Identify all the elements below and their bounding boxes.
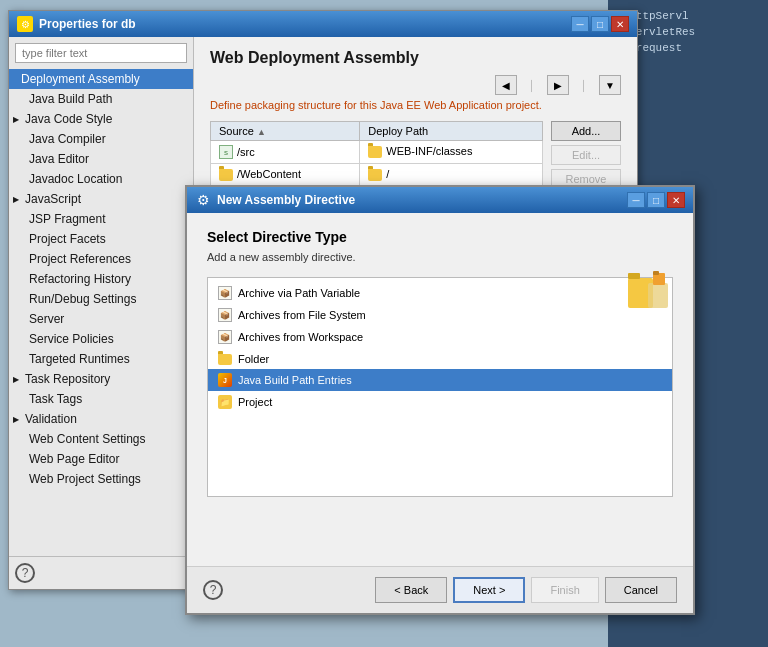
sidebar-item-java-compiler[interactable]: Java Compiler	[9, 129, 193, 149]
table-row[interactable]: /WebContent /	[211, 164, 543, 187]
dialog-section-title: Select Directive Type	[207, 229, 673, 245]
archive-fs-icon: 📦	[218, 308, 232, 322]
directive-list: 📦 Archive via Path Variable 📦 Archives f…	[207, 277, 673, 497]
sidebar-item-task-repository[interactable]: Task Repository	[9, 369, 193, 389]
sidebar-item-refactoring-history[interactable]: Refactoring History	[9, 269, 193, 289]
window-icon: ⚙	[17, 16, 33, 32]
gear-icon: ⚙	[197, 192, 210, 208]
dialog-controls: ─ □ ✕	[627, 192, 685, 208]
col-deploy-path[interactable]: Deploy Path	[360, 122, 543, 141]
finish-button[interactable]: Finish	[531, 577, 598, 603]
panel-title: Web Deployment Assembly	[210, 49, 621, 67]
deploy-cell-1: WEB-INF/classes	[360, 141, 543, 164]
sidebar-item-run-debug[interactable]: Run/Debug Settings	[9, 289, 193, 309]
webcontent-icon	[219, 169, 233, 181]
src-folder-icon: s	[219, 145, 233, 159]
deploy-cell-2: /	[360, 164, 543, 187]
window-controls: ─ □ ✕	[571, 16, 629, 32]
dialog-titlebar-left: ⚙ New Assembly Directive	[195, 192, 355, 208]
dialog-maximize-button[interactable]: □	[647, 192, 665, 208]
directive-label-archive-fs: Archives from File System	[238, 309, 366, 321]
forward-nav-button[interactable]: ▶	[547, 75, 569, 95]
svg-rect-2	[648, 283, 668, 308]
directive-item-folder[interactable]: Folder	[208, 348, 672, 369]
sidebar-item-java-editor[interactable]: Java Editor	[9, 149, 193, 169]
dialog-titlebar: ⚙ New Assembly Directive ─ □ ✕	[187, 187, 693, 213]
table-action-buttons: Add... Edit... Remove	[551, 121, 621, 189]
separator-2: │	[573, 75, 595, 95]
back-button[interactable]: < Back	[375, 577, 447, 603]
source-icon-2: /WebContent	[219, 167, 301, 181]
directive-label-java-build: Java Build Path Entries	[238, 374, 352, 386]
directive-item-archive-path[interactable]: 📦 Archive via Path Variable	[208, 282, 672, 304]
directive-label-archive-ws: Archives from Workspace	[238, 331, 363, 343]
titlebar-left: ⚙ Properties for db	[17, 16, 136, 32]
svg-rect-1	[628, 273, 640, 279]
directive-decorative-icon	[623, 263, 673, 313]
directive-item-archive-fs[interactable]: 📦 Archives from File System	[208, 304, 672, 326]
java-build-icon: J	[218, 373, 232, 387]
directive-label-project: Project	[238, 396, 272, 408]
close-button[interactable]: ✕	[611, 16, 629, 32]
sidebar-item-validation[interactable]: Validation	[9, 409, 193, 429]
add-button[interactable]: Add...	[551, 121, 621, 141]
toolbar-row: ◀ │ ▶ │ ▼	[210, 75, 621, 95]
sidebar-item-java-build-path[interactable]: Java Build Path	[9, 89, 193, 109]
archive-ws-icon: 📦	[218, 330, 232, 344]
edit-button[interactable]: Edit...	[551, 145, 621, 165]
dialog-description: Add a new assembly directive.	[207, 251, 673, 263]
dialog-close-button[interactable]: ✕	[667, 192, 685, 208]
maximize-button[interactable]: □	[591, 16, 609, 32]
source-icon-1: s /src	[219, 145, 255, 159]
sidebar-item-deployment-assembly[interactable]: Deployment Assembly	[9, 69, 193, 89]
back-nav-button[interactable]: ◀	[495, 75, 517, 95]
sidebar-item-web-project-settings[interactable]: Web Project Settings	[9, 469, 193, 489]
help-button[interactable]: ?	[15, 563, 35, 583]
dialog-footer: ? < Back Next > Finish Cancel	[187, 566, 693, 613]
dialog-window: ⚙ New Assembly Directive ─ □ ✕ Select Di…	[185, 185, 695, 615]
minimize-button[interactable]: ─	[571, 16, 589, 32]
svg-rect-4	[653, 271, 659, 275]
dropdown-nav-button[interactable]: ▼	[599, 75, 621, 95]
dialog-minimize-button[interactable]: ─	[627, 192, 645, 208]
sidebar-item-web-content-settings[interactable]: Web Content Settings	[9, 429, 193, 449]
sidebar-item-jsp-fragment[interactable]: JSP Fragment	[9, 209, 193, 229]
next-button[interactable]: Next >	[453, 577, 525, 603]
dialog-help-button[interactable]: ?	[203, 580, 223, 600]
sidebar-item-project-facets[interactable]: Project Facets	[9, 229, 193, 249]
folder-icon-1	[368, 146, 382, 158]
directive-label-folder: Folder	[238, 353, 269, 365]
source-cell-2: /WebContent	[211, 164, 360, 187]
col-source[interactable]: Source ▲	[211, 122, 360, 141]
sidebar-item-service-policies[interactable]: Service Policies	[9, 329, 193, 349]
main-titlebar: ⚙ Properties for db ─ □ ✕	[9, 11, 637, 37]
sidebar-item-project-references[interactable]: Project References	[9, 249, 193, 269]
window-title: Properties for db	[39, 17, 136, 31]
dialog-icon: ⚙	[195, 192, 211, 208]
sidebar-item-web-page-editor[interactable]: Web Page Editor	[9, 449, 193, 469]
sidebar-item-task-tags[interactable]: Task Tags	[9, 389, 193, 409]
sidebar-item-java-code-style[interactable]: Java Code Style	[9, 109, 193, 129]
source-cell-1: s /src	[211, 141, 360, 164]
archive-path-icon: 📦	[218, 286, 232, 300]
directive-item-archive-ws[interactable]: 📦 Archives from Workspace	[208, 326, 672, 348]
sidebar-item-targeted-runtimes[interactable]: Targeted Runtimes	[9, 349, 193, 369]
directive-label-archive-path: Archive via Path Variable	[238, 287, 360, 299]
dialog-title: New Assembly Directive	[217, 193, 355, 207]
footer-buttons: < Back Next > Finish Cancel	[375, 577, 677, 603]
table-row[interactable]: s /src WEB-INF/classes	[211, 141, 543, 164]
directive-item-project[interactable]: 📁 Project	[208, 391, 672, 413]
separator-1: │	[521, 75, 543, 95]
sidebar-item-server[interactable]: Server	[9, 309, 193, 329]
sidebar-item-javascript[interactable]: JavaScript	[9, 189, 193, 209]
filter-input[interactable]	[15, 43, 187, 63]
footer-left: ?	[203, 580, 223, 600]
deploy-icon-1: WEB-INF/classes	[368, 144, 472, 158]
directive-item-java-build-path[interactable]: J Java Build Path Entries	[208, 369, 672, 391]
dialog-inner: Select Directive Type Add a new assembly…	[187, 213, 693, 613]
sidebar-item-javadoc-location[interactable]: Javadoc Location	[9, 169, 193, 189]
panel-description: Define packaging structure for this Java…	[210, 99, 621, 111]
sidebar-bottom: ?	[9, 556, 193, 589]
project-directive-icon: 📁	[218, 395, 232, 409]
cancel-button[interactable]: Cancel	[605, 577, 677, 603]
